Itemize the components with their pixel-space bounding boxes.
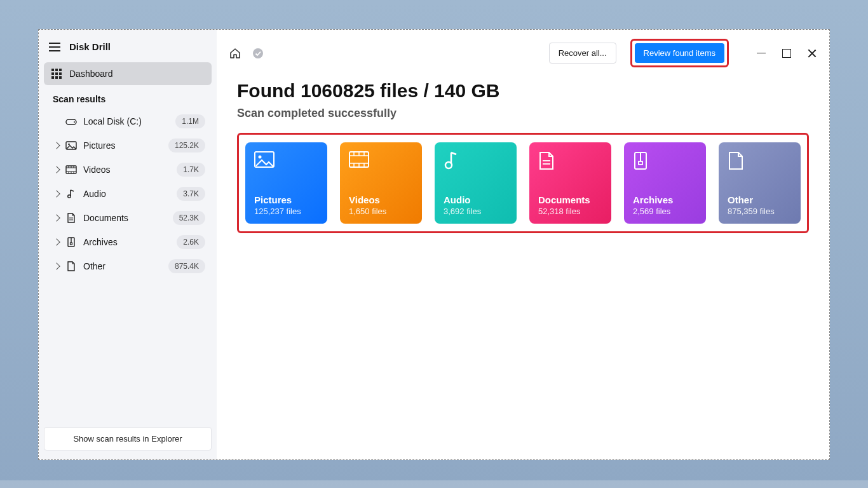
dashboard-icon [51,69,62,79]
documents-icon [538,151,602,169]
app-title: Disk Drill [69,41,111,52]
main: Recover all... Review found items Found … [217,30,829,459]
tree-item-archives[interactable]: Archives 2.6K [44,230,212,254]
minimize-button[interactable] [757,49,766,58]
nav-dashboard[interactable]: Dashboard [44,62,212,85]
tree-label: Documents [83,213,166,223]
tree-item-local-disk[interactable]: Local Disk (C:) 1.1M [44,109,212,133]
card-sub: 1,650 files [349,207,413,216]
maximize-button[interactable] [782,49,791,58]
close-button[interactable] [808,49,817,58]
card-sub: 875,359 files [728,207,792,216]
card-pictures[interactable]: Pictures 125,237 files [245,142,327,224]
chevron-right-icon [53,190,60,197]
chevron-right-icon [53,142,60,149]
tree-item-other[interactable]: Other 875.4K [44,254,212,278]
menu-icon[interactable] [49,43,60,51]
tree-label: Other [83,261,162,271]
chevron-right-icon [53,214,60,221]
svg-rect-18 [71,243,72,245]
documents-icon [65,213,77,223]
card-archives[interactable]: Archives 2,569 files [624,142,706,224]
status-check-icon[interactable] [251,46,265,60]
other-icon [65,261,77,271]
tree-count: 52.3K [173,211,205,225]
svg-point-1 [74,121,75,123]
cards-highlight: Pictures 125,237 files Videos 1,650 file… [237,133,809,233]
svg-rect-36 [639,161,642,165]
card-title: Videos [349,194,413,205]
results-headline: Found 1060825 files / 140 GB [237,80,809,102]
audio-icon [65,189,77,199]
results-subline: Scan completed successfully [237,107,809,120]
tree-item-videos[interactable]: Videos 1.7K [44,158,212,182]
disk-icon [65,117,77,126]
tree-count: 2.6K [177,235,205,249]
other-icon [728,151,792,169]
card-documents[interactable]: Documents 52,318 files [529,142,611,224]
show-in-explorer-button[interactable]: Show scan results in Explorer [44,427,212,451]
category-cards: Pictures 125,237 files Videos 1,650 file… [245,142,801,224]
card-sub: 52,318 files [538,207,602,216]
chevron-right-icon [53,166,60,173]
tree-label: Archives [83,237,170,247]
tree-label: Videos [83,165,170,175]
pictures-icon [254,151,318,169]
tree-label: Audio [83,189,170,199]
svg-point-21 [259,156,262,159]
videos-icon [349,151,413,169]
card-title: Archives [633,194,697,205]
taskbar [0,480,868,488]
sidebar-section-label: Scan results [44,85,212,109]
svg-point-3 [68,144,70,146]
tree-count: 3.7K [177,187,205,201]
topbar: Recover all... Review found items [217,30,829,74]
svg-point-13 [68,195,71,198]
card-other[interactable]: Other 875,359 files [719,142,801,224]
sidebar: Disk Drill Dashboard Scan results Local … [39,30,217,459]
tree-label: Pictures [83,140,162,151]
card-sub: 3,692 files [444,207,508,216]
app-window: Disk Drill Dashboard Scan results Local … [38,29,830,460]
card-title: Audio [444,194,508,205]
svg-point-19 [253,48,263,58]
content: Found 1060825 files / 140 GB Scan comple… [217,74,829,246]
review-highlight: Review found items [630,39,729,67]
tree-count: 1.7K [177,163,205,177]
nav-dashboard-label: Dashboard [69,69,113,79]
tree-count: 125.2K [168,139,205,152]
sidebar-header: Disk Drill [44,37,212,62]
card-title: Pictures [254,194,318,205]
svg-point-31 [445,162,452,168]
card-sub: 125,237 files [254,207,318,216]
home-icon[interactable] [228,46,242,60]
archives-icon [633,151,697,169]
archives-icon [65,237,77,247]
window-controls [757,49,817,58]
chevron-right-icon [53,238,60,245]
tree-item-documents[interactable]: Documents 52.3K [44,206,212,230]
chevron-right-icon [53,262,60,269]
review-found-items-button[interactable]: Review found items [635,43,724,63]
tree-item-pictures[interactable]: Pictures 125.2K [44,133,212,158]
tree-count: 1.1M [175,114,205,128]
tree-count: 875.4K [168,259,205,273]
card-title: Other [728,194,792,205]
tree-item-audio[interactable]: Audio 3.7K [44,182,212,206]
pictures-icon [65,141,77,150]
tree-label: Local Disk (C:) [83,116,169,126]
audio-icon [444,151,508,169]
card-videos[interactable]: Videos 1,650 files [340,142,422,224]
card-audio[interactable]: Audio 3,692 files [435,142,517,224]
card-sub: 2,569 files [633,207,697,216]
recover-all-button[interactable]: Recover all... [549,43,616,64]
card-title: Documents [538,194,602,205]
videos-icon [65,165,77,174]
